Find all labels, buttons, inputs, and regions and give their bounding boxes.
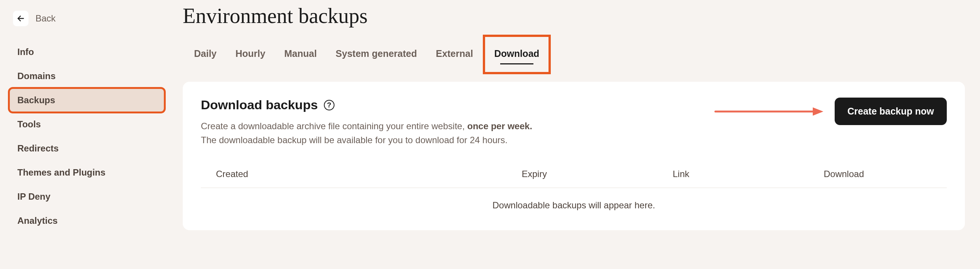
table-col-link: Link bbox=[673, 169, 824, 179]
tab-hourly[interactable]: Hourly bbox=[235, 47, 266, 61]
tab-daily[interactable]: Daily bbox=[194, 47, 217, 61]
tab-manual[interactable]: Manual bbox=[284, 47, 317, 61]
card-title: Download backups bbox=[201, 98, 318, 112]
card-title-row: Download backups ? bbox=[201, 98, 699, 112]
tabs: Daily Hourly Manual System generated Ext… bbox=[183, 36, 965, 71]
back-button[interactable] bbox=[13, 11, 29, 26]
table-header: Created Expiry Link Download bbox=[201, 147, 947, 188]
sidebar: Back Info Domains Backups Tools Redirect… bbox=[0, 0, 173, 269]
table-col-download: Download bbox=[824, 169, 932, 179]
sidebar-item-info[interactable]: Info bbox=[9, 40, 165, 64]
tab-external[interactable]: External bbox=[436, 47, 473, 61]
sidebar-item-domains[interactable]: Domains bbox=[9, 64, 165, 88]
sidebar-item-themes-plugins[interactable]: Themes and Plugins bbox=[9, 160, 165, 185]
tab-download[interactable]: Download bbox=[494, 47, 539, 61]
help-icon[interactable]: ? bbox=[324, 100, 334, 111]
card-header-left: Download backups ? Create a downloadable… bbox=[201, 98, 699, 147]
arrow-left-icon bbox=[17, 14, 25, 22]
card-desc-line2: The downloadable backup will be availabl… bbox=[201, 135, 508, 145]
sidebar-item-ip-deny[interactable]: IP Deny bbox=[9, 185, 165, 209]
table-empty-state: Downloadable backups will appear here. bbox=[201, 188, 947, 215]
card-desc-line1-strong: once per week. bbox=[467, 121, 532, 131]
nav-list: Info Domains Backups Tools Redirects The… bbox=[9, 40, 165, 233]
sidebar-item-backups[interactable]: Backups bbox=[9, 88, 165, 112]
card-header: Download backups ? Create a downloadable… bbox=[201, 98, 947, 147]
tab-highlight-annotation: Download bbox=[483, 35, 550, 74]
back-row: Back bbox=[9, 8, 165, 40]
back-label: Back bbox=[35, 13, 56, 24]
svg-marker-2 bbox=[813, 108, 823, 116]
page-title: Environment backups bbox=[183, 3, 965, 36]
create-backup-button[interactable]: Create backup now bbox=[835, 98, 947, 125]
sidebar-item-tools[interactable]: Tools bbox=[9, 112, 165, 136]
main-content: Environment backups Daily Hourly Manual … bbox=[173, 0, 980, 269]
arrow-right-annotation-icon bbox=[714, 106, 823, 117]
table-col-created: Created bbox=[216, 169, 522, 179]
sidebar-item-redirects[interactable]: Redirects bbox=[9, 136, 165, 160]
tab-system-generated[interactable]: System generated bbox=[336, 47, 417, 61]
table-col-expiry: Expiry bbox=[522, 169, 673, 179]
card-desc-line1-prefix: Create a downloadable archive file conta… bbox=[201, 121, 467, 131]
download-backups-card: Download backups ? Create a downloadable… bbox=[183, 82, 965, 230]
card-header-right: Create backup now bbox=[714, 98, 947, 125]
card-description: Create a downloadable archive file conta… bbox=[201, 119, 699, 147]
sidebar-item-analytics[interactable]: Analytics bbox=[9, 209, 165, 233]
